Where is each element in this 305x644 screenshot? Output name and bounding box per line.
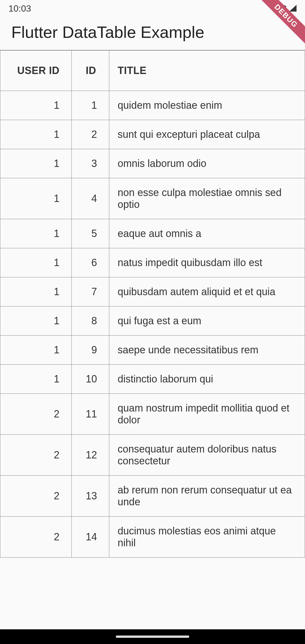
data-table: USER ID ID TITLE 11quidem molestiae enim… — [0, 50, 305, 558]
table-row[interactable]: 214ducimus molestias eos animi atque nih… — [0, 517, 305, 558]
cell-user-id: 1 — [0, 219, 72, 248]
table-row[interactable]: 14non esse culpa molestiae omnis sed opt… — [0, 178, 305, 219]
table-row[interactable]: 15eaque aut omnis a — [0, 219, 305, 248]
cell-user-id: 1 — [0, 306, 72, 336]
cell-title: distinctio laborum qui — [109, 365, 305, 394]
table-row[interactable]: 17quibusdam autem aliquid et et quia — [0, 277, 305, 306]
nav-home-pill[interactable] — [116, 636, 189, 638]
cell-user-id: 2 — [0, 435, 72, 476]
table-row[interactable]: 110distinctio laborum qui — [0, 365, 305, 394]
cell-id: 8 — [71, 306, 109, 336]
cell-id: 12 — [71, 435, 109, 476]
column-header-title[interactable]: TITLE — [109, 51, 305, 91]
cell-title: sunt qui excepturi placeat culpa — [109, 120, 305, 149]
table-row[interactable]: 16natus impedit quibusdam illo est — [0, 248, 305, 277]
cell-id: 11 — [71, 394, 109, 435]
cell-id: 4 — [71, 178, 109, 219]
table-row[interactable]: 212consequatur autem doloribus natus con… — [0, 435, 305, 476]
cell-title: ab rerum non rerum consequatur ut ea und… — [109, 476, 305, 517]
cell-id: 2 — [71, 120, 109, 149]
cell-id: 13 — [71, 476, 109, 517]
cell-id: 7 — [71, 277, 109, 306]
table-row[interactable]: 13omnis laborum odio — [0, 149, 305, 178]
table-row[interactable]: 19saepe unde necessitatibus rem — [0, 336, 305, 365]
table-row[interactable]: 213ab rerum non rerum consequatur ut ea … — [0, 476, 305, 517]
cell-id: 1 — [71, 91, 109, 120]
cell-title: quidem molestiae enim — [109, 91, 305, 120]
cell-id: 6 — [71, 248, 109, 277]
cell-user-id: 1 — [0, 149, 72, 178]
page-title: Flutter DataTable Example — [11, 23, 294, 42]
cell-user-id: 1 — [0, 277, 72, 306]
app-bar: Flutter DataTable Example — [0, 17, 305, 50]
cell-user-id: 1 — [0, 120, 72, 149]
cell-user-id: 1 — [0, 91, 72, 120]
cell-id: 10 — [71, 365, 109, 394]
cell-user-id: 2 — [0, 394, 72, 435]
cell-user-id: 2 — [0, 476, 72, 517]
cell-title: consequatur autem doloribus natus consec… — [109, 435, 305, 476]
cell-title: eaque aut omnis a — [109, 219, 305, 248]
cell-user-id: 1 — [0, 336, 72, 365]
cell-title: non esse culpa molestiae omnis sed optio — [109, 178, 305, 219]
cell-user-id: 1 — [0, 365, 72, 394]
column-header-user-id[interactable]: USER ID — [0, 51, 72, 91]
cell-user-id: 1 — [0, 248, 72, 277]
status-bar: 10:03 — [0, 0, 305, 17]
cell-title: quibusdam autem aliquid et et quia — [109, 277, 305, 306]
cell-id: 3 — [71, 149, 109, 178]
table-row[interactable]: 211quam nostrum impedit mollitia quod et… — [0, 394, 305, 435]
cell-title: natus impedit quibusdam illo est — [109, 248, 305, 277]
cell-title: qui fuga est a eum — [109, 306, 305, 336]
table-row[interactable]: 12sunt qui excepturi placeat culpa — [0, 120, 305, 149]
column-header-id[interactable]: ID — [71, 51, 109, 91]
table-row[interactable]: 18qui fuga est a eum — [0, 306, 305, 336]
cell-title: quam nostrum impedit mollitia quod et do… — [109, 394, 305, 435]
cell-user-id: 1 — [0, 178, 72, 219]
cell-id: 14 — [71, 517, 109, 558]
cell-user-id: 2 — [0, 517, 72, 558]
cell-id: 9 — [71, 336, 109, 365]
status-time: 10:03 — [8, 3, 31, 14]
data-table-container[interactable]: USER ID ID TITLE 11quidem molestiae enim… — [0, 50, 305, 558]
android-nav-bar[interactable] — [0, 629, 305, 644]
table-row[interactable]: 11quidem molestiae enim — [0, 91, 305, 120]
cell-id: 5 — [71, 219, 109, 248]
cell-title: ducimus molestias eos animi atque nihil — [109, 517, 305, 558]
cell-title: omnis laborum odio — [109, 149, 305, 178]
cell-title: saepe unde necessitatibus rem — [109, 336, 305, 365]
table-header-row: USER ID ID TITLE — [0, 51, 305, 91]
